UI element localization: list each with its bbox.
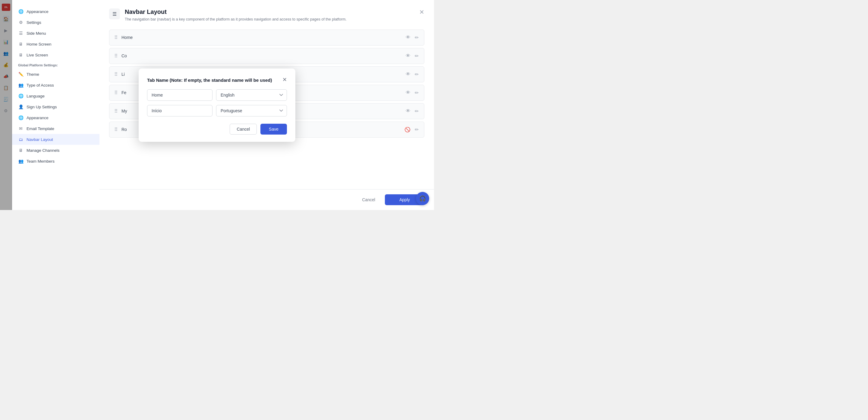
modal-row-1: English Portuguese Spanish French	[147, 89, 287, 101]
modal-row-2: English Portuguese Spanish French	[147, 105, 287, 116]
app-background: FA 🏠 ▶ 📊 👥 💰 📣 📋 🧾 ⚙ 🌐 Appearance ⚙ Sett…	[0, 0, 434, 210]
tab-name-input-1[interactable]	[147, 89, 213, 101]
modal-overlay: Tab Name (Note: If empty, the standard n…	[0, 0, 434, 210]
modal-footer: Cancel Save	[147, 124, 287, 135]
modal-title: Tab Name (Note: If empty, the standard n…	[147, 77, 272, 83]
modal-header: Tab Name (Note: If empty, the standard n…	[147, 77, 287, 83]
modal-save-button[interactable]: Save	[260, 124, 287, 135]
modal-cancel-button[interactable]: Cancel	[230, 124, 257, 135]
language-select-2[interactable]: English Portuguese Spanish French	[216, 105, 287, 116]
modal-close-button[interactable]: ✕	[282, 77, 287, 82]
tab-name-modal: Tab Name (Note: If empty, the standard n…	[138, 68, 296, 142]
language-select-1[interactable]: English Portuguese Spanish French	[216, 89, 287, 101]
tab-name-input-2[interactable]	[147, 105, 213, 116]
support-chat-bubble[interactable]: 🎧	[416, 192, 429, 205]
